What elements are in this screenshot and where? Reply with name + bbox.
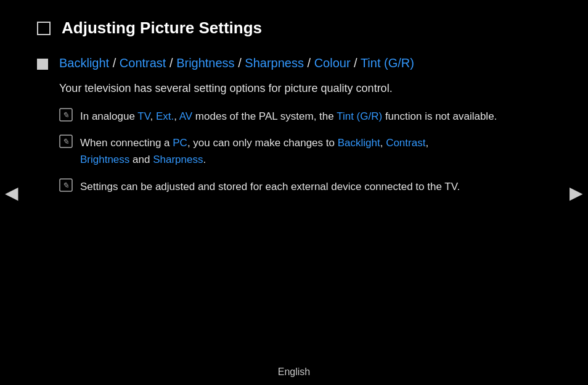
note2-contrast: Contrast [386,137,425,149]
note2-backlight: Backlight [338,137,380,149]
note1-av: AV [179,110,192,122]
svg-text:✎: ✎ [62,137,69,146]
nav-right-button[interactable]: ▶ [570,183,583,203]
section-description: Your television has several setting opti… [59,80,518,97]
note2-pc: PC [173,137,187,149]
section-heading: Backlight / Contrast / Brightness / Shar… [59,56,414,70]
note-text-1: In analogue TV, Ext., AV modes of the PA… [80,108,518,125]
left-arrow-icon: ◀ [5,183,18,202]
heading-sep4: / [308,56,314,70]
heading-sep3: / [238,56,245,70]
page-title-row: Adjusting Picture Settings [37,19,518,38]
note2-sharpness: Sharpness [153,154,203,165]
heading-tint: Tint (G/R) [361,56,414,70]
svg-text:✎: ✎ [62,181,69,190]
heading-sep5: / [354,56,361,70]
heading-contrast: Contrast [120,56,166,70]
note1-tv: TV [137,110,150,122]
heading-sep1: / [113,56,120,70]
svg-text:✎: ✎ [62,110,69,120]
nav-left-button[interactable]: ◀ [5,183,18,203]
note-icon-3: ✎ [59,178,73,192]
section-bullet-icon [37,59,48,70]
heading-sep2: / [169,56,176,70]
note-row-3: ✎ Settings can be adjusted and stored fo… [59,178,518,195]
heading-colour: Colour [314,56,351,70]
note-text-3: Settings can be adjusted and stored for … [80,178,518,195]
page-title: Adjusting Picture Settings [62,19,262,38]
heading-sharpness: Sharpness [245,56,304,70]
title-checkbox-icon [37,22,51,35]
note-icon-1: ✎ [59,108,73,122]
heading-brightness: Brightness [176,56,235,70]
note-icon-2: ✎ [59,135,73,148]
note-row-2: ✎ When connecting a PC, you can only mak… [59,135,518,168]
heading-backlight: Backlight [59,56,109,70]
main-content: Adjusting Picture Settings Backlight / C… [0,0,555,242]
note-row-1: ✎ In analogue TV, Ext., AV modes of the … [59,108,518,125]
note2-brightness: Brightness [80,154,129,165]
right-arrow-icon: ▶ [570,183,583,202]
section-heading-row: Backlight / Contrast / Brightness / Shar… [37,56,518,70]
note1-ext: Ext. [156,110,174,122]
note-text-2: When connecting a PC, you can only make … [80,135,518,168]
note1-tint: Tint (G/R) [337,110,382,122]
footer-language: English [278,366,310,378]
